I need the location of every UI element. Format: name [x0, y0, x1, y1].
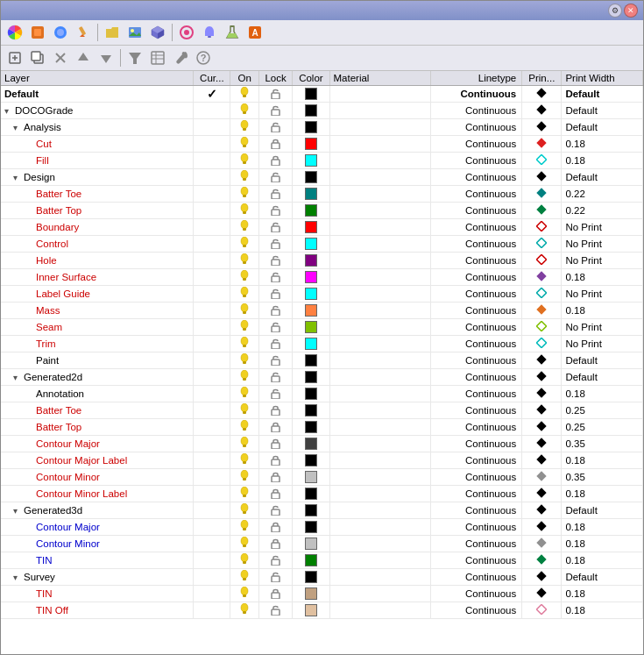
lock-cell[interactable]	[258, 536, 293, 552]
wrench-icon[interactable]	[170, 47, 191, 68]
lock-cell[interactable]	[258, 602, 293, 619]
print-cell[interactable]	[522, 436, 562, 452]
print-cell[interactable]	[522, 386, 562, 402]
layer-name-cell[interactable]: TIN	[1, 586, 194, 602]
current-cell[interactable]	[194, 419, 230, 436]
lock-icon[interactable]	[270, 107, 281, 117]
lock-icon[interactable]	[270, 374, 281, 384]
color-cell[interactable]	[293, 136, 329, 153]
table-row[interactable]: CutContinuous0.18	[1, 136, 643, 153]
layer-name-cell[interactable]: Contour Minor	[1, 469, 194, 486]
lightbulb-icon[interactable]	[238, 307, 251, 317]
linetype-cell[interactable]: Continuous	[431, 219, 522, 236]
linetype-cell[interactable]: Continuous	[431, 336, 522, 352]
print-cell[interactable]	[522, 502, 562, 519]
lock-icon[interactable]	[270, 590, 281, 601]
print-icon[interactable]	[536, 206, 547, 217]
layer-name-cell[interactable]: Cut	[1, 136, 194, 153]
lightbulb-icon[interactable]	[238, 607, 251, 617]
on-cell[interactable]	[230, 253, 258, 269]
color-swatch[interactable]	[305, 471, 317, 483]
lock-icon[interactable]	[270, 607, 281, 617]
lightbulb-icon[interactable]	[238, 557, 251, 567]
table-row[interactable]: Contour MajorContinuous0.18	[1, 519, 643, 536]
close-button[interactable]: ✕	[624, 4, 638, 18]
color-cell[interactable]	[293, 269, 329, 286]
layer-name-cell[interactable]: Paint	[1, 352, 194, 369]
on-cell[interactable]	[230, 469, 258, 486]
new-layer-icon[interactable]	[4, 47, 25, 68]
lightbulb-icon[interactable]	[238, 540, 251, 551]
color-cell[interactable]	[293, 536, 329, 552]
linetype-cell[interactable]: Continuous	[431, 303, 522, 319]
lock-cell[interactable]	[258, 86, 293, 103]
print-width-cell[interactable]: 0.25	[562, 402, 643, 419]
cube-icon[interactable]	[147, 22, 168, 43]
lock-icon[interactable]	[270, 457, 281, 467]
on-cell[interactable]	[230, 119, 258, 136]
linetype-cell[interactable]: Continuous	[431, 552, 522, 569]
print-width-cell[interactable]: No Print	[562, 236, 643, 253]
print-cell[interactable]	[522, 86, 562, 103]
current-cell[interactable]	[194, 586, 230, 602]
print-width-cell[interactable]: 0.18	[562, 153, 643, 169]
current-cell[interactable]	[194, 369, 230, 386]
print-icon[interactable]	[536, 123, 547, 133]
table-row[interactable]: ▾SurveyContinuousDefault	[1, 569, 643, 586]
move-up-icon[interactable]	[73, 47, 94, 68]
current-cell[interactable]	[194, 552, 230, 569]
color-swatch[interactable]	[305, 554, 317, 566]
print-icon[interactable]	[536, 373, 547, 383]
on-cell[interactable]	[230, 269, 258, 286]
lock-icon[interactable]	[270, 240, 281, 251]
color-swatch[interactable]	[305, 288, 317, 300]
linetype-cell[interactable]: Continuous	[431, 136, 522, 153]
lock-icon[interactable]	[270, 390, 281, 401]
lock-icon[interactable]	[270, 357, 281, 367]
color-swatch[interactable]	[305, 587, 317, 600]
print-width-cell[interactable]: 0.22	[562, 203, 643, 219]
print-icon[interactable]	[536, 89, 547, 100]
print-cell[interactable]	[522, 186, 562, 203]
print-icon[interactable]	[536, 489, 547, 500]
on-cell[interactable]	[230, 286, 258, 303]
lock-cell[interactable]	[258, 253, 293, 269]
on-cell[interactable]	[230, 336, 258, 352]
color-swatch[interactable]	[305, 338, 317, 350]
print-icon[interactable]	[536, 389, 547, 400]
print-width-cell[interactable]: 0.18	[562, 586, 643, 602]
lock-icon[interactable]	[270, 440, 281, 451]
lock-cell[interactable]	[258, 203, 293, 219]
print-icon[interactable]	[536, 106, 547, 117]
lightbulb-icon[interactable]	[238, 523, 251, 534]
color-cell[interactable]	[293, 153, 329, 169]
print-icon[interactable]	[536, 323, 547, 333]
print-icon[interactable]	[536, 239, 547, 250]
layer-name-cell[interactable]: Inner Surface	[1, 269, 194, 286]
lightbulb-icon[interactable]	[238, 424, 251, 434]
layer-name-cell[interactable]: Contour Major	[1, 436, 194, 452]
lock-cell[interactable]	[258, 336, 293, 352]
current-cell[interactable]	[194, 269, 230, 286]
on-cell[interactable]	[230, 86, 258, 103]
print-cell[interactable]	[522, 452, 562, 469]
lock-cell[interactable]	[258, 369, 293, 386]
lightbulb-icon[interactable]	[238, 274, 251, 284]
table-row[interactable]: Label GuideContinuousNo Print	[1, 286, 643, 303]
lock-cell[interactable]	[258, 569, 293, 586]
lightbulb-icon[interactable]	[238, 257, 251, 267]
print-cell[interactable]	[522, 203, 562, 219]
print-width-cell[interactable]: No Print	[562, 219, 643, 236]
color-cell[interactable]	[293, 502, 329, 519]
lightbulb-icon[interactable]	[238, 507, 251, 517]
lightbulb-icon[interactable]	[238, 440, 251, 451]
lock-cell[interactable]	[258, 136, 293, 153]
color-swatch[interactable]	[305, 254, 317, 267]
current-cell[interactable]	[194, 569, 230, 586]
table-row[interactable]: ▾DOCOGradeContinuousDefault	[1, 103, 643, 119]
current-cell[interactable]	[194, 536, 230, 552]
lock-cell[interactable]	[258, 452, 293, 469]
color-swatch[interactable]	[305, 154, 317, 167]
current-cell[interactable]	[194, 103, 230, 119]
color-cell[interactable]	[293, 186, 329, 203]
